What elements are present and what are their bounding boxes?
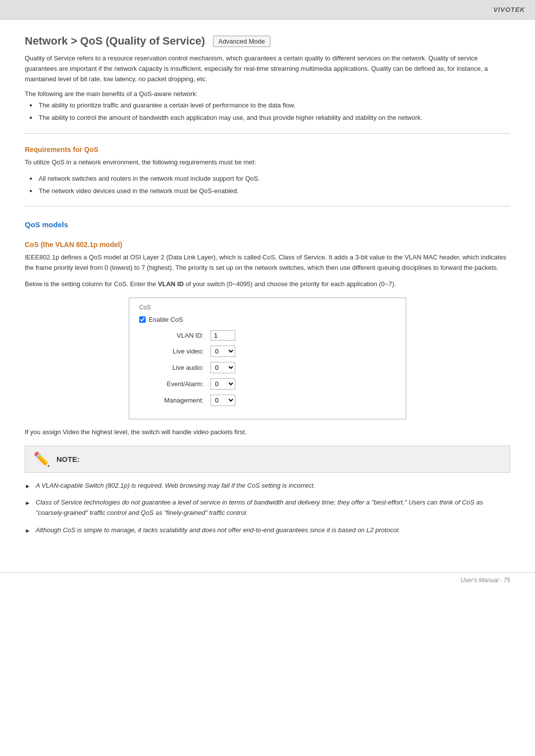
management-label: Management: [154,397,204,404]
live-video-row: Live video: 0123 4567 [139,346,396,357]
live-audio-label: Live audio: [154,364,204,371]
note-item-3: Although CoS is simple to manage, it lac… [25,525,510,536]
divider-2 [25,206,510,206]
note-icon: ✏️ [33,451,51,467]
cos-box: CoS Enable CoS VLAN ID: Live video: 0123… [129,298,406,419]
requirements-heading: Requirements for QoS [25,146,510,153]
benefits-list: The ability to prioritize traffic and gu… [25,101,510,123]
brand-label: VIVOTEK [493,6,525,13]
cos-enable-row: Enable CoS [139,316,396,323]
page-title: Network > QoS (Quality of Service) [25,35,205,48]
cos-para2-bold: VLAN ID [158,280,184,288]
note-item-1: A VLAN-capable Switch (802.1p) is requir… [25,481,510,491]
event-alarm-select[interactable]: 0123 4567 [211,378,235,390]
cos-para2: Below is the setting column for CoS. Ent… [25,279,510,290]
note-item-2: Class of Service technologies do not gua… [25,498,510,518]
main-content: Network > QoS (Quality of Service) Advan… [0,20,535,562]
event-alarm-label: Event/Alarm: [154,380,204,388]
requirement-item-2: The network video devices used in the ne… [30,186,510,197]
after-cos-text: If you assign Video the highest level, t… [25,427,510,438]
requirement-item-1: All network switches and routers in the … [30,174,510,184]
note-box: ✏️ NOTE: [25,446,510,473]
management-row: Management: 0123 4567 [139,395,396,406]
advanced-mode-button[interactable]: Advanced Mode [213,36,270,47]
vlan-id-input[interactable] [211,330,235,341]
footer-text: User's Manual - 75 [461,577,510,584]
event-alarm-row: Event/Alarm: 0123 4567 [139,378,396,390]
requirements-list: All network switches and routers in the … [25,174,510,197]
benefit-item-2: The ability to control the amount of ban… [30,113,510,123]
divider-1 [25,133,510,134]
cos-heading: CoS (the VLAN 802.1p model) [25,241,510,249]
live-video-label: Live video: [154,348,204,355]
live-audio-row: Live audio: 0123 4567 [139,362,396,373]
benefits-intro: The following are the main benefits of a… [25,90,510,98]
vlan-id-row: VLAN ID: [139,330,396,341]
top-bar: VIVOTEK [0,0,535,20]
intro-paragraph: Quality of Service refers to a resource … [25,53,510,84]
note-label: NOTE: [56,455,80,463]
qos-models-link[interactable]: QoS models [25,220,510,229]
requirements-intro: To utilize QoS in a network environment,… [25,157,510,168]
cos-box-title: CoS [139,304,396,311]
benefit-item-1: The ability to prioritize traffic and gu… [30,101,510,111]
cos-para1: IEEE802.1p defines a QoS model at OSI La… [25,252,510,273]
live-audio-select[interactable]: 0123 4567 [211,362,235,373]
vlan-id-label: VLAN ID: [154,332,204,339]
cos-para2-suffix: of your switch (0~4095) and choose the p… [184,280,396,288]
live-video-select[interactable]: 0123 4567 [211,346,235,357]
cos-para2-prefix: Below is the setting column for CoS. Ent… [25,280,158,288]
management-select[interactable]: 0123 4567 [211,395,235,406]
note-list: A VLAN-capable Switch (802.1p) is requir… [25,481,510,536]
footer: User's Manual - 75 [0,572,535,588]
enable-cos-checkbox[interactable] [139,316,146,323]
enable-cos-label: Enable CoS [149,316,183,323]
page-title-row: Network > QoS (Quality of Service) Advan… [25,35,510,48]
